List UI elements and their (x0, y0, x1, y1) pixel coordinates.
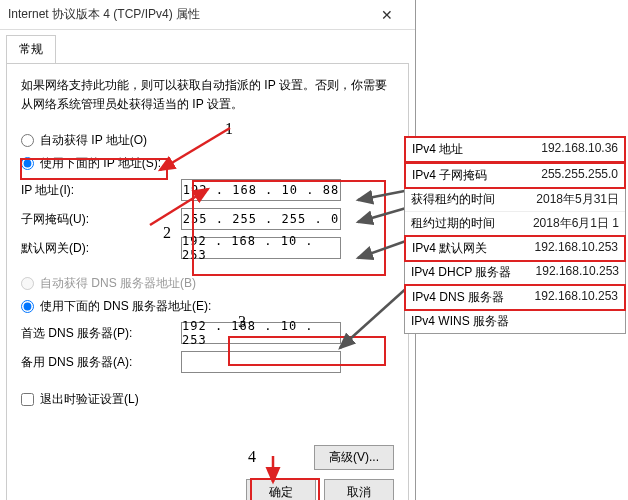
radio-manual-ip-label: 使用下面的 IP 地址(S): (40, 155, 161, 172)
network-detail-row: IPv4 地址192.168.10.36 (404, 136, 626, 163)
network-detail-row: IPv4 WINS 服务器 (405, 310, 625, 333)
network-detail-value: 192.168.10.253 (536, 264, 619, 281)
network-detail-row: IPv4 DHCP 服务器192.168.10.253 (405, 261, 625, 285)
network-detail-label: IPv4 默认网关 (412, 240, 535, 257)
network-detail-label: IPv4 地址 (412, 141, 541, 158)
network-detail-label: IPv4 DNS 服务器 (412, 289, 535, 306)
network-detail-label: IPv4 子网掩码 (412, 167, 541, 184)
close-icon[interactable]: ✕ (367, 0, 407, 30)
advanced-button[interactable]: 高级(V)... (314, 445, 394, 470)
subnet-mask-input[interactable]: 255 . 255 . 255 . 0 (181, 208, 341, 230)
network-detail-value: 255.255.255.0 (541, 167, 618, 184)
radio-auto-ip-row[interactable]: 自动获得 IP 地址(O) (21, 132, 394, 149)
network-detail-value: 2018年6月1日 1 (533, 215, 619, 232)
ip-label: IP 地址(I): (21, 182, 181, 199)
tab-content: 如果网络支持此功能，则可以获取自动指派的 IP 设置。否则，你需要从网络系统管理… (6, 63, 409, 500)
radio-manual-ip-row[interactable]: 使用下面的 IP 地址(S): (21, 155, 394, 172)
window-title: Internet 协议版本 4 (TCP/IPv4) 属性 (8, 6, 367, 23)
radio-auto-dns (21, 277, 34, 290)
preferred-dns-input[interactable]: 192 . 168 . 10 . 253 (181, 322, 341, 344)
dns1-label: 首选 DNS 服务器(P): (21, 325, 181, 342)
radio-manual-dns[interactable] (21, 300, 34, 313)
network-detail-value: 192.168.10.253 (535, 240, 618, 257)
gateway-label: 默认网关(D): (21, 240, 181, 257)
validate-on-exit-label: 退出时验证设置(L) (40, 391, 139, 408)
network-detail-row: 租约过期的时间2018年6月1日 1 (405, 212, 625, 236)
network-detail-label: IPv4 DHCP 服务器 (411, 264, 536, 281)
radio-manual-dns-label: 使用下面的 DNS 服务器地址(E): (40, 298, 211, 315)
alternate-dns-input[interactable]: . . . (181, 351, 341, 373)
mask-label: 子网掩码(U): (21, 211, 181, 228)
validate-on-exit-row[interactable]: 退出时验证设置(L) (21, 391, 394, 408)
network-details-panel: IPv4 地址192.168.10.36IPv4 子网掩码255.255.255… (404, 136, 626, 334)
gateway-input[interactable]: 192 . 168 . 10 . 253 (181, 237, 341, 259)
ip-address-input[interactable]: 192 . 168 . 10 . 88 (181, 179, 341, 201)
radio-manual-dns-row[interactable]: 使用下面的 DNS 服务器地址(E): (21, 298, 394, 315)
network-detail-row: 获得租约的时间2018年5月31日 (405, 188, 625, 212)
ipv4-properties-dialog: Internet 协议版本 4 (TCP/IPv4) 属性 ✕ 常规 如果网络支… (0, 0, 416, 500)
dns2-label: 备用 DNS 服务器(A): (21, 354, 181, 371)
validate-on-exit-checkbox[interactable] (21, 393, 34, 406)
network-detail-value: 192.168.10.253 (535, 289, 618, 306)
radio-auto-ip[interactable] (21, 134, 34, 147)
network-detail-value: 192.168.10.36 (541, 141, 618, 158)
cancel-button[interactable]: 取消 (324, 479, 394, 500)
radio-auto-ip-label: 自动获得 IP 地址(O) (40, 132, 147, 149)
intro-text: 如果网络支持此功能，则可以获取自动指派的 IP 设置。否则，你需要从网络系统管理… (21, 76, 394, 114)
ok-button[interactable]: 确定 (246, 479, 316, 500)
network-detail-label: 租约过期的时间 (411, 215, 533, 232)
radio-manual-ip[interactable] (21, 157, 34, 170)
tab-strip: 常规 (0, 30, 415, 63)
titlebar: Internet 协议版本 4 (TCP/IPv4) 属性 ✕ (0, 0, 415, 30)
network-detail-value: 2018年5月31日 (536, 191, 619, 208)
radio-auto-dns-row: 自动获得 DNS 服务器地址(B) (21, 275, 394, 292)
network-detail-row: IPv4 DNS 服务器192.168.10.253 (404, 284, 626, 311)
network-detail-row: IPv4 默认网关192.168.10.253 (404, 235, 626, 262)
tab-general[interactable]: 常规 (6, 35, 56, 64)
radio-auto-dns-label: 自动获得 DNS 服务器地址(B) (40, 275, 196, 292)
network-detail-label: 获得租约的时间 (411, 191, 536, 208)
network-detail-row: IPv4 子网掩码255.255.255.0 (404, 162, 626, 189)
network-detail-label: IPv4 WINS 服务器 (411, 313, 619, 330)
